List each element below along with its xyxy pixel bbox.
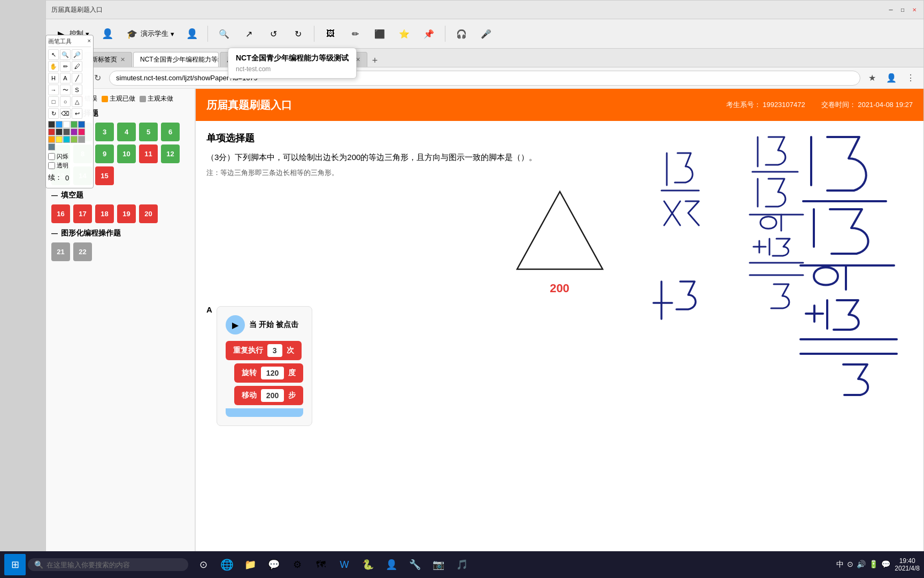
panel-close-icon[interactable]: × <box>88 37 91 45</box>
color-dark2[interactable] <box>63 128 70 135</box>
taskbar-folder[interactable]: 📁 <box>240 554 261 575</box>
q-btn-16[interactable]: 16 <box>51 204 70 223</box>
color-green[interactable] <box>71 121 78 128</box>
color-white[interactable] <box>63 121 70 128</box>
q-btn-19[interactable]: 19 <box>117 204 136 223</box>
taskbar-notification-icon[interactable]: 💬 <box>881 560 890 569</box>
marker-tool[interactable]: 🖊 <box>72 61 82 72</box>
pin-button[interactable]: 📌 <box>418 25 440 42</box>
undo-button[interactable]: ↺ <box>263 25 284 42</box>
color-pink[interactable] <box>78 128 85 135</box>
q-btn-10[interactable]: 10 <box>117 144 136 163</box>
taskbar-app1[interactable]: ⚙ <box>287 554 308 575</box>
curve-tool[interactable]: 〜 <box>60 85 71 95</box>
invert-checkbox[interactable]: 闪烁 <box>48 153 91 161</box>
section-2-collapse[interactable]: — <box>51 192 58 199</box>
mic-button[interactable]: 🎤 <box>475 25 497 42</box>
taskbar-python[interactable]: 🐍 <box>357 554 379 575</box>
taskbar-word[interactable]: W <box>334 554 355 575</box>
q-btn-17[interactable]: 17 <box>73 204 92 223</box>
demo-student-button[interactable]: 🎓 演示学生 ▾ <box>121 25 179 42</box>
color-black[interactable] <box>48 121 55 128</box>
rect-button[interactable]: ⬛ <box>369 25 390 42</box>
color-cyan[interactable] <box>63 136 70 143</box>
taskbar-search-input[interactable] <box>47 561 164 569</box>
q-btn-6[interactable]: 6 <box>161 123 180 141</box>
color-lightgreen[interactable] <box>71 136 78 143</box>
color-purple[interactable] <box>71 128 78 135</box>
color-dark[interactable] <box>56 128 63 135</box>
arrow-tool[interactable]: → <box>48 85 59 95</box>
menu-button[interactable]: ⋮ <box>903 71 918 86</box>
transparent-checkbox[interactable]: 透明 <box>48 162 91 170</box>
section-2-title: 填空题 <box>61 191 83 200</box>
repeat-value: 3 <box>267 344 282 357</box>
rotate-tool[interactable]: ↻ <box>48 108 59 119</box>
q-btn-4[interactable]: 4 <box>117 123 136 141</box>
color-darkblue[interactable] <box>78 121 85 128</box>
taskbar-app5[interactable]: 🎵 <box>451 554 473 575</box>
color-orange[interactable] <box>48 136 55 143</box>
bookmark-button[interactable]: ★ <box>865 71 880 86</box>
taskbar-search[interactable]: 🔍 <box>28 558 188 571</box>
q-btn-22[interactable]: 22 <box>73 242 92 261</box>
maximize-button[interactable]: □ <box>899 6 906 13</box>
tab-2-close[interactable]: ✕ <box>120 56 125 63</box>
text-tool[interactable]: A <box>60 73 71 83</box>
highlight-tool[interactable]: H <box>48 73 59 83</box>
color-yellow[interactable] <box>56 136 63 143</box>
tab-3[interactable]: NCT全国青少年编程能力等级测... ✕ <box>133 52 219 67</box>
q-btn-21[interactable]: 21 <box>51 242 70 261</box>
q-btn-18[interactable]: 18 <box>95 204 114 223</box>
line-tool[interactable]: ╱ <box>72 73 82 83</box>
freehand-tool[interactable]: S <box>72 85 82 95</box>
repeat-block: 重复执行 3 次 <box>226 341 302 360</box>
pointer-button[interactable]: ↗ <box>238 25 259 42</box>
address-input[interactable] <box>109 71 860 86</box>
user-button[interactable]: 👤 <box>884 71 899 86</box>
circle-tool[interactable]: ○ <box>60 96 71 107</box>
transparent-check[interactable] <box>48 162 55 169</box>
eraser-tool[interactable]: ⌫ <box>60 108 71 119</box>
taskbar-cortana[interactable]: ⊙ <box>192 554 214 575</box>
q-btn-5[interactable]: 5 <box>139 123 158 141</box>
undo-tool[interactable]: ↩ <box>72 108 82 119</box>
redo-button[interactable]: ↻ <box>287 25 309 42</box>
q-btn-3[interactable]: 3 <box>95 123 114 141</box>
taskbar-network-icon[interactable]: ⊙ <box>847 560 853 569</box>
taskbar-volume-icon[interactable]: 🔊 <box>857 560 866 569</box>
taskbar-wechat[interactable]: 💬 <box>263 554 284 575</box>
q-btn-11[interactable]: 11 <box>139 144 158 163</box>
zoom-out-tool[interactable]: 🔎 <box>72 49 82 60</box>
hand-tool[interactable]: ✋ <box>48 61 59 72</box>
star-button[interactable]: ⭐ <box>394 25 415 42</box>
taskbar-maps[interactable]: 🗺 <box>310 554 332 575</box>
taskbar-app4[interactable]: 📷 <box>428 554 449 575</box>
color-blue[interactable] <box>56 121 63 128</box>
polygon-tool[interactable]: △ <box>72 96 82 107</box>
q-btn-15[interactable]: 15 <box>95 166 114 185</box>
q-btn-12[interactable]: 12 <box>161 144 180 163</box>
color-red[interactable] <box>48 128 55 135</box>
rect-tool[interactable]: □ <box>48 96 59 107</box>
new-tab-button[interactable]: + <box>368 54 381 67</box>
taskbar-chrome[interactable]: 🌐 <box>216 554 237 575</box>
taskbar-app2[interactable]: 👤 <box>381 554 402 575</box>
color-gray[interactable] <box>78 136 85 143</box>
search-button[interactable]: 🔍 <box>213 25 235 42</box>
q-btn-9[interactable]: 9 <box>95 144 114 163</box>
section-3-collapse[interactable]: — <box>51 230 58 237</box>
color-bluegray[interactable] <box>48 143 55 150</box>
cursor-tool[interactable]: ↖ <box>48 49 59 60</box>
q-btn-20[interactable]: 20 <box>139 204 158 223</box>
taskbar-app3[interactable]: 🔧 <box>404 554 426 575</box>
invert-check[interactable] <box>48 153 55 160</box>
close-button[interactable]: ✕ <box>911 6 918 13</box>
image-button[interactable]: 🖼 <box>320 25 341 42</box>
pen-button[interactable]: ✏ <box>344 25 366 42</box>
start-button[interactable]: ⊞ <box>4 554 26 575</box>
zoom-in-tool[interactable]: 🔍 <box>60 49 71 60</box>
pen-tool[interactable]: ✏ <box>60 61 71 72</box>
headset-button[interactable]: 🎧 <box>451 25 472 42</box>
minimize-button[interactable]: ─ <box>887 6 895 13</box>
